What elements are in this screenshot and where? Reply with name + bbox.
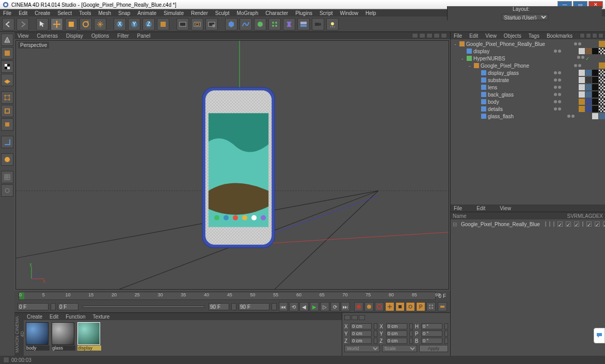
- tree-item-details[interactable]: details: [451, 105, 605, 113]
- matmenu-texture[interactable]: Texture: [93, 314, 110, 320]
- visibility-dot[interactable]: [558, 86, 561, 89]
- tag-swatch[interactable]: [592, 84, 598, 90]
- tree-item-google_pixel_phone_really_blue[interactable]: -Google_Pixel_Phone_Really_Blue: [451, 40, 605, 48]
- help-chat-bubble[interactable]: [594, 328, 605, 343]
- objmenu-bookmarks[interactable]: Bookmarks: [547, 33, 572, 39]
- material-glass[interactable]: glass: [52, 322, 75, 354]
- tag-swatch[interactable]: [592, 106, 598, 112]
- tree-item-lens[interactable]: lens: [451, 84, 605, 91]
- visibility-dot[interactable]: [578, 64, 581, 67]
- tree-item-substrate[interactable]: substrate: [451, 76, 605, 84]
- layer-flag-a[interactable]: ✓: [586, 221, 592, 227]
- viewmenu-view[interactable]: View: [18, 33, 29, 39]
- array-button[interactable]: [268, 18, 281, 30]
- coord-spinner-pos-y[interactable]: [374, 330, 377, 337]
- visibility-dot[interactable]: [554, 93, 557, 96]
- viewport-nav-icon-2[interactable]: [419, 33, 425, 38]
- layer-flag-g[interactable]: ✓: [595, 221, 600, 227]
- tag-swatch[interactable]: [592, 70, 598, 76]
- tag-swatch[interactable]: [585, 48, 592, 54]
- viewmenu-options[interactable]: Options: [91, 33, 109, 39]
- menu-plugins[interactable]: Plugins: [295, 10, 312, 16]
- next-frame-button[interactable]: ▷: [320, 302, 329, 311]
- perspective-viewport[interactable]: Perspective: [15, 40, 449, 290]
- menu-tools[interactable]: Tools: [79, 10, 91, 16]
- range-start-spinner[interactable]: [51, 303, 56, 310]
- play-button[interactable]: ▶: [310, 302, 319, 311]
- environment-button[interactable]: [297, 18, 310, 30]
- tag-swatch[interactable]: [579, 70, 585, 76]
- obj-layout-icon[interactable]: [598, 33, 603, 38]
- coord-icon-3[interactable]: [359, 315, 365, 320]
- key-position-button[interactable]: [385, 302, 394, 311]
- timeline-open-button[interactable]: [438, 302, 447, 311]
- coord-field-size-x[interactable]: 0 cm: [386, 323, 407, 329]
- material-body[interactable]: body: [26, 322, 50, 354]
- range-end-field-2[interactable]: 90 F: [238, 303, 269, 310]
- coord-apply-button[interactable]: Apply: [419, 345, 448, 352]
- attrmenu-view[interactable]: View: [500, 205, 511, 211]
- tag-swatch[interactable]: [599, 62, 605, 69]
- objmenu-view[interactable]: View: [485, 33, 497, 39]
- layer-flag-s[interactable]: [553, 221, 554, 227]
- visibility-dot[interactable]: [558, 93, 561, 96]
- tag-swatch[interactable]: [592, 48, 598, 54]
- autokey-button[interactable]: [364, 302, 374, 311]
- tag-swatch[interactable]: [599, 48, 605, 54]
- menu-character[interactable]: Character: [265, 10, 288, 16]
- layer-flag-l[interactable]: [582, 221, 583, 227]
- timeline-scrubber[interactable]: [83, 306, 204, 308]
- tag-swatch[interactable]: [599, 91, 605, 98]
- tag-swatch[interactable]: [579, 77, 585, 83]
- obj-filter-icon[interactable]: [592, 33, 597, 38]
- menu-file[interactable]: File: [3, 10, 11, 16]
- tree-toggle[interactable]: -: [467, 63, 472, 69]
- menu-create[interactable]: Create: [35, 10, 50, 16]
- move-tool-button[interactable]: [51, 18, 63, 30]
- viewport-nav-icon-1[interactable]: [412, 33, 418, 38]
- layer-flag-1[interactable]: [545, 221, 546, 227]
- tweak-button[interactable]: [1, 153, 13, 166]
- attrmenu-edit[interactable]: Edit: [476, 205, 485, 211]
- menu-edit[interactable]: Edit: [19, 10, 27, 16]
- menu-snap[interactable]: Snap: [118, 10, 130, 16]
- undo-button[interactable]: [2, 18, 14, 30]
- menu-help[interactable]: Help: [365, 10, 376, 16]
- range-end-spinner[interactable]: [231, 303, 236, 310]
- range-end-field[interactable]: 90 F: [209, 303, 229, 310]
- tag-swatch[interactable]: [585, 77, 592, 83]
- edges-mode-button[interactable]: [1, 105, 13, 117]
- timeline-ruler[interactable]: 051015202530354045505560657075808590: [19, 292, 436, 300]
- tree-item-display_glass[interactable]: display_glass: [451, 69, 605, 76]
- layer-flag-d[interactable]: ✓: [603, 221, 605, 227]
- obj-search-icon[interactable]: [580, 33, 585, 38]
- record-button[interactable]: [354, 302, 363, 311]
- tag-swatch[interactable]: [592, 113, 598, 119]
- visibility-dot[interactable]: [577, 56, 580, 59]
- visibility-dot[interactable]: [554, 107, 557, 110]
- loop-button[interactable]: ⟲: [289, 302, 298, 311]
- viewport-nav-icon-3[interactable]: [426, 33, 433, 38]
- viewmenu-filter[interactable]: Filter: [117, 33, 129, 39]
- coord-system-button[interactable]: [157, 18, 169, 30]
- key-selection-button[interactable]: [375, 302, 384, 311]
- coord-spinner-size-x[interactable]: [409, 323, 413, 329]
- range-start-field[interactable]: 0 F: [18, 303, 49, 310]
- tag-swatch[interactable]: [585, 91, 592, 98]
- key-mode-button[interactable]: [426, 302, 436, 311]
- matmenu-function[interactable]: Function: [66, 314, 85, 320]
- key-parameter-button[interactable]: P: [416, 302, 425, 311]
- axis-z-button[interactable]: Z: [142, 18, 155, 30]
- visibility-dot[interactable]: [554, 100, 557, 103]
- viewmenu-cameras[interactable]: Cameras: [37, 33, 58, 39]
- visibility-dot[interactable]: [558, 78, 561, 82]
- tag-swatch[interactable]: [585, 70, 592, 76]
- tag-swatch[interactable]: [585, 106, 592, 112]
- visibility-dot[interactable]: [554, 78, 557, 82]
- coord-field-size-y[interactable]: 0 cm: [386, 330, 407, 337]
- coord-spinner-rot-h[interactable]: [444, 323, 448, 329]
- scale-tool-button[interactable]: [65, 18, 77, 30]
- layer-flag-r[interactable]: ✓: [566, 221, 571, 227]
- object-tree[interactable]: -Google_Pixel_Phone_Really_Bluedisplay-H…: [451, 39, 605, 204]
- visibility-dot[interactable]: [574, 64, 577, 67]
